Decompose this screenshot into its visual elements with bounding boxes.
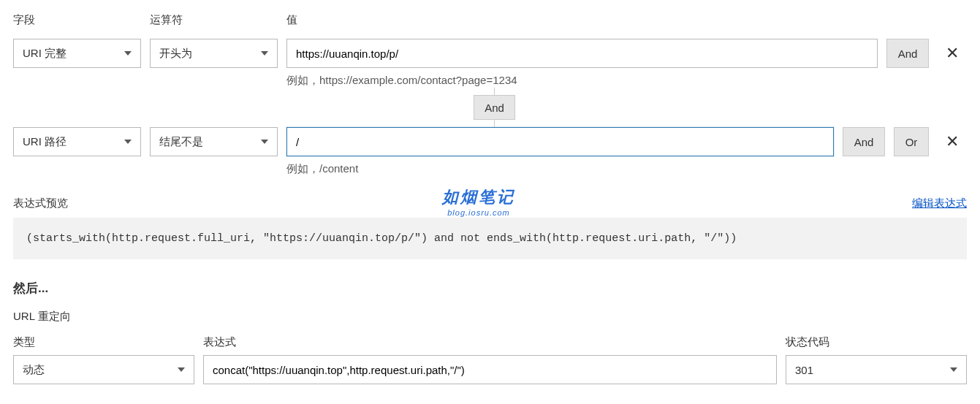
expression-preview-title: 表达式预览 <box>13 197 68 210</box>
then-header: 然后... <box>13 280 967 297</box>
expression-label: 表达式 <box>203 335 777 349</box>
type-select[interactable]: 动态 <box>13 355 194 384</box>
operator-select-value: 开头为 <box>159 47 192 61</box>
close-icon: ✕ <box>946 44 959 63</box>
field-select-row1[interactable]: URI 完整 <box>13 39 141 68</box>
chevron-down-icon <box>950 367 957 372</box>
chevron-down-icon <box>261 140 268 144</box>
operator-select-value: 结尾不是 <box>159 135 203 149</box>
chevron-down-icon <box>124 140 132 144</box>
chevron-down-icon <box>124 51 132 56</box>
field-select-value: URI 完整 <box>23 47 67 61</box>
value-input-row2[interactable] <box>286 127 834 156</box>
field-header: 字段 <box>13 13 141 27</box>
operator-select-row1[interactable]: 开头为 <box>150 39 278 68</box>
expression-input[interactable] <box>203 355 777 384</box>
status-code-select[interactable]: 301 <box>786 355 967 384</box>
operator-select-row2[interactable]: 结尾不是 <box>150 127 278 156</box>
edit-expression-link[interactable]: 编辑表达式 <box>912 197 967 210</box>
close-icon: ✕ <box>946 132 959 151</box>
connector-line <box>494 120 495 127</box>
connector-and-button[interactable]: And <box>474 95 515 120</box>
type-label: 类型 <box>13 335 194 349</box>
type-select-value: 动态 <box>23 363 45 377</box>
chevron-down-icon <box>178 367 185 372</box>
and-button-row2[interactable]: And <box>843 127 885 156</box>
connector-line <box>494 88 495 95</box>
value-hint-row1: 例如，https://example.com/contact?page=1234 <box>286 74 878 88</box>
status-code-value: 301 <box>795 364 813 376</box>
value-input-row1[interactable] <box>286 39 878 68</box>
status-code-label: 状态代码 <box>786 335 967 349</box>
delete-row2-button[interactable]: ✕ <box>938 127 967 156</box>
delete-row1-button[interactable]: ✕ <box>938 39 967 68</box>
and-button-row1[interactable]: And <box>886 39 929 68</box>
expression-preview-code: (starts_with(http.request.full_uri, "htt… <box>13 218 967 259</box>
field-select-value: URI 路径 <box>23 135 67 149</box>
operator-header: 运算符 <box>150 13 278 27</box>
value-hint-row2: 例如，/content <box>286 162 834 176</box>
url-redirect-label: URL 重定向 <box>13 310 967 324</box>
or-button-row2[interactable]: Or <box>894 127 929 156</box>
field-select-row2[interactable]: URI 路径 <box>13 127 141 156</box>
value-header: 值 <box>286 13 878 27</box>
chevron-down-icon <box>261 51 268 56</box>
